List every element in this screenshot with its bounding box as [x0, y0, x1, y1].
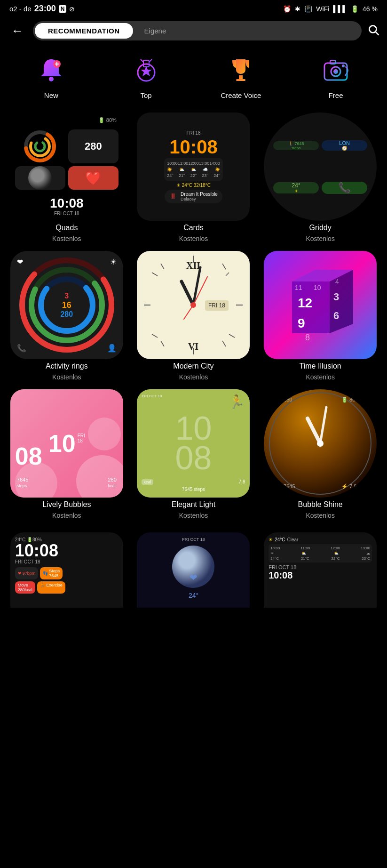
svg-line-35 — [161, 341, 164, 346]
watch-item-dark-stats[interactable]: 24°C 🔋80% 10:08 FRI OCT 18 ❤ 97bpm 👣 Ste… — [4, 529, 130, 611]
svg-line-28 — [161, 264, 164, 269]
weather-time: 10:08 — [269, 570, 372, 581]
tab-selector[interactable]: RECOMMENDATION Eigene — [33, 21, 362, 40]
elegant-time: 10 08 — [175, 414, 212, 473]
vibrate-icon: 📳 — [304, 5, 312, 13]
activity-name: Activity rings — [46, 362, 88, 370]
svg-text:9: 9 — [298, 316, 305, 330]
watch-item-activity[interactable]: ❤ ☀ 📞 👤 3 16 280 Activity rings Kostenlo… — [4, 247, 130, 385]
svg-text:VI: VI — [188, 341, 198, 352]
category-top[interactable]: Top — [104, 54, 188, 99]
bubbles-steps: 7645steps — [17, 477, 28, 488]
svg-rect-7 — [239, 75, 243, 79]
watch-item-griddy[interactable]: 🚶 7645 steps LON 🧭 24° ☀ 📞 Griddy Kosten… — [257, 109, 383, 246]
quads-price: Kostenlos — [52, 235, 81, 242]
elegant-runner: 🏃 — [229, 394, 245, 410]
partial-faces-row: 24°C 🔋80% 10:08 FRI OCT 18 ❤ 97bpm 👣 Ste… — [0, 529, 387, 613]
create-voice-icon — [224, 54, 258, 88]
create-voice-label: Create Voice — [221, 91, 261, 99]
free-icon — [319, 54, 353, 88]
nfc-icon: N — [59, 5, 67, 13]
weather-date2: FRI OCT 18 — [269, 564, 372, 570]
watch-item-modern[interactable]: XII VI FRI 18 Modern City Kostenlos — [131, 247, 257, 385]
griddy-temp: 24° ☀ — [273, 182, 319, 193]
watch-item-cards[interactable]: FRI 18 10:08 10:0011:0012:0013:0014:00 ☀… — [131, 109, 257, 246]
elegant-price: Kostenlos — [179, 512, 208, 519]
svg-text:🔋 80%: 🔋 80% — [341, 396, 360, 403]
dark-date: FRI OCT 18 — [15, 559, 118, 564]
watch-item-bubbleshine[interactable]: 🔔 280 🔋 80% 👣 7645 ⚡ 7.8 Bubble Shine Ko… — [257, 386, 383, 523]
watch-face-dark-stats: 24°C 🔋80% 10:08 FRI OCT 18 ❤ 97bpm 👣 Ste… — [10, 532, 123, 608]
category-grid: New Top — [0, 46, 387, 103]
watch-faces-grid: 🔋 80% 280 ❤️ — [0, 103, 387, 529]
dark-stats-row: ❤ 97bpm 👣 Steps7645 — [15, 567, 118, 579]
svg-line-30 — [152, 273, 158, 276]
svg-text:3: 3 — [333, 291, 339, 303]
signal-icon: ▌▌▌ — [333, 5, 347, 13]
watch-item-elegant[interactable]: 🏃 FRI OCT 18 10 08 7645 steps kcal 7.8 E… — [131, 386, 257, 523]
watch-face-moon: FRI OCT 18 ❤ 24° — [137, 532, 250, 608]
activity-price: Kostenlos — [52, 373, 81, 381]
cards-name: Cards — [183, 224, 204, 232]
elegant-steps: 7645 steps — [182, 487, 205, 492]
watch-item-moon[interactable]: FRI OCT 18 ❤ 24° — [131, 529, 257, 611]
bubbles-name: Lively Bubbles — [42, 500, 91, 509]
griddy-price: Kostenlos — [306, 235, 334, 242]
svg-line-29 — [222, 341, 226, 346]
category-free[interactable]: Free — [294, 54, 378, 99]
quads-time: 10:08 FRI OCT 18 — [50, 196, 84, 216]
elegant-date2: FRI OCT 18 — [142, 394, 162, 398]
watch-item-illusion[interactable]: 12 9 3 6 11 10 8 4 Time Illusion Kostenl… — [257, 247, 383, 385]
elegant-name: Elegant Light — [172, 500, 215, 509]
svg-point-13 — [342, 64, 345, 67]
moon-circle: ❤ — [172, 546, 214, 588]
watch-item-weather[interactable]: ☀24°CClear 10:0011:0012:0013:00 ☀⛅⛅☁ 24°… — [257, 529, 383, 611]
watch-face-weather: ☀24°CClear 10:0011:0012:0013:00 ☀⛅⛅☁ 24°… — [264, 532, 377, 608]
svg-marker-5 — [141, 66, 152, 76]
svg-line-1 — [376, 32, 379, 34]
svg-point-11 — [333, 69, 338, 74]
modern-price: Kostenlos — [179, 373, 208, 381]
quads-battery: 🔋 80% — [98, 117, 118, 123]
activity-heart-icon: ❤ — [17, 257, 23, 266]
bubble-3 — [88, 418, 121, 450]
back-button[interactable]: ← — [8, 22, 27, 40]
svg-text:FRI  18: FRI 18 — [208, 302, 225, 309]
tab-recommendation[interactable]: RECOMMENDATION — [35, 23, 133, 39]
category-new[interactable]: New — [9, 54, 93, 99]
quads-name: Quads — [55, 224, 78, 232]
watch-face-quads: 🔋 80% 280 ❤️ — [10, 113, 123, 221]
activity-sun-icon: ☀ — [110, 257, 117, 266]
svg-point-44 — [190, 302, 196, 308]
svg-line-34 — [222, 264, 226, 269]
cards-weather: 10:0011:0012:0013:0014:00 ☀️⛅⛅☁️☀️ 24°21… — [164, 158, 223, 181]
watch-face-activity: ❤ ☀ 📞 👤 3 16 280 — [10, 251, 123, 359]
svg-text:11: 11 — [295, 284, 302, 291]
moon-date: FRI OCT 18 — [182, 537, 205, 542]
category-create-voice[interactable]: Create Voice — [199, 54, 283, 99]
top-label: Top — [141, 91, 152, 99]
elegant-stat2: 7.8 — [239, 479, 245, 484]
griddy-compass: LON 🧭 — [322, 140, 367, 151]
griddy-steps: 🚶 7645 steps — [273, 141, 319, 150]
watch-face-modern: XII VI FRI 18 — [137, 251, 250, 359]
watch-face-bubbles: 10 FRI 18 08 7645steps 280kcal — [10, 389, 123, 498]
dark-stats-row2: Move280kcal 🏃 Exercise — [15, 581, 118, 594]
top-icon — [129, 54, 163, 88]
watch-item-quads[interactable]: 🔋 80% 280 ❤️ — [4, 109, 130, 246]
bubbles-price: Kostenlos — [52, 512, 81, 519]
watch-face-bubbleshine: 🔔 280 🔋 80% 👣 7645 ⚡ 7.8 — [264, 389, 377, 498]
svg-text:⚡ 7.8: ⚡ 7.8 — [341, 483, 356, 490]
quads-moon — [28, 166, 52, 190]
watch-item-bubbles[interactable]: 10 FRI 18 08 7645steps 280kcal Lively Bu… — [4, 386, 130, 523]
tab-eigene[interactable]: Eigene — [133, 23, 178, 39]
illusion-price: Kostenlos — [306, 373, 334, 381]
weather-forecast: 10:0011:0012:0013:00 ☀⛅⛅☁ 24°C21°C22°C23… — [269, 544, 372, 563]
svg-point-17 — [35, 142, 45, 151]
header: ← RECOMMENDATION Eigene — [0, 17, 387, 46]
free-label: Free — [329, 91, 343, 99]
svg-line-32 — [226, 273, 229, 276]
moon-temp: 24° — [189, 592, 198, 599]
bubbles-kcal: 280kcal — [108, 477, 116, 488]
search-button[interactable] — [367, 24, 379, 39]
